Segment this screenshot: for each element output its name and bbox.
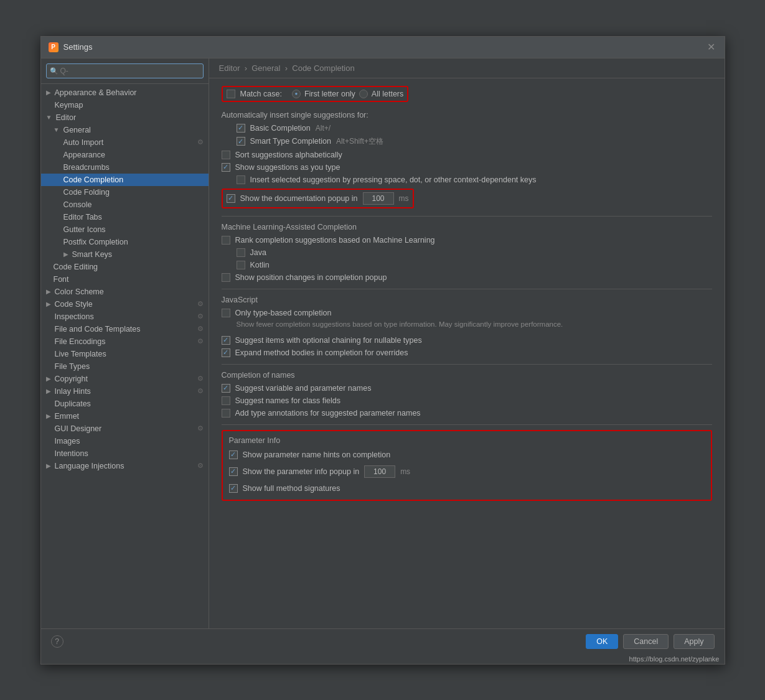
close-button[interactable]: ✕ <box>706 42 717 53</box>
content-area: Match case: First letter only All letter… <box>209 78 725 628</box>
divider-2 <box>222 289 712 289</box>
show-full-signatures-row: Show full method signatures <box>229 482 705 495</box>
config-icon: ⚙ <box>197 424 204 432</box>
sidebar-item-language-injections[interactable]: ▶ Language Injections ⚙ <box>41 460 209 472</box>
smart-type-shortcut: Alt+Shift+空格 <box>336 136 383 147</box>
basic-completion-checkbox[interactable] <box>237 124 245 133</box>
sidebar-item-code-folding[interactable]: Code Folding <box>41 186 209 198</box>
sidebar-item-duplicates[interactable]: Duplicates <box>41 398 209 410</box>
show-suggestions-checkbox[interactable] <box>222 163 230 172</box>
sidebar-item-file-types[interactable]: File Types <box>41 360 209 373</box>
java-checkbox[interactable] <box>237 248 245 257</box>
suggest-class-fields-checkbox[interactable] <box>222 396 230 405</box>
sidebar-item-keymap[interactable]: Keymap <box>41 99 209 111</box>
suggest-variable-label: Suggest variable and parameter names <box>235 384 372 393</box>
expand-method-row: Expand method bodies in completion for o… <box>222 347 712 359</box>
arrow-icon: ▶ <box>46 375 51 382</box>
help-button[interactable]: ? <box>51 635 63 648</box>
show-param-popup-label: Show the parameter info popup in <box>243 467 360 476</box>
show-param-popup-checkbox[interactable] <box>229 467 238 476</box>
sidebar-item-code-editing[interactable]: Code Editing <box>41 261 209 273</box>
sidebar-item-editor-tabs[interactable]: Editor Tabs <box>41 211 209 223</box>
sidebar-item-emmet[interactable]: ▶ Emmet <box>41 410 209 422</box>
suggest-variable-row: Suggest variable and parameter names <box>222 382 712 394</box>
sidebar-item-code-completion[interactable]: Code Completion <box>41 174 209 186</box>
breadcrumb: Editor › General › Code Completion <box>209 58 725 78</box>
first-letter-radio[interactable] <box>292 90 301 98</box>
sidebar-label: File and Code Templates <box>46 325 141 334</box>
suggest-variable-checkbox[interactable] <box>222 384 230 393</box>
type-based-row: Only type-based completion <box>222 307 712 319</box>
sidebar-item-file-encodings[interactable]: File Encodings ⚙ <box>41 335 209 348</box>
sidebar-item-appearance-behavior[interactable]: ▶ Appearance & Behavior <box>41 86 209 99</box>
insert-space-checkbox[interactable] <box>237 175 245 184</box>
doc-popup-value[interactable] <box>363 192 394 205</box>
sidebar-item-inspections[interactable]: Inspections ⚙ <box>41 310 209 323</box>
sidebar-item-live-templates[interactable]: Live Templates <box>41 348 209 360</box>
sidebar-item-auto-import[interactable]: Auto Import ⚙ <box>41 136 209 149</box>
cancel-button[interactable]: Cancel <box>623 634 669 649</box>
smart-type-row: Smart Type Completion Alt+Shift+空格 <box>222 134 712 149</box>
sidebar-item-appearance[interactable]: Appearance <box>41 149 209 161</box>
watermark: https://blog.csdn.net/zyplanke <box>41 654 725 664</box>
add-type-annotations-row: Add type annotations for suggested param… <box>222 407 712 419</box>
sidebar-label: Copyright <box>55 375 88 383</box>
type-based-label: Only type-based completion <box>235 309 332 317</box>
sidebar-label: Gutter Icons <box>63 225 106 234</box>
sidebar-item-postfix-completion[interactable]: Postfix Completion <box>41 236 209 248</box>
search-icon: 🔍 <box>50 67 59 75</box>
arrow-icon: ▼ <box>54 126 60 133</box>
all-letters-label: All letters <box>372 90 403 98</box>
sidebar-item-code-style[interactable]: ▶ Code Style ⚙ <box>41 298 209 310</box>
sort-alpha-checkbox[interactable] <box>222 151 230 159</box>
param-popup-value[interactable] <box>364 465 395 478</box>
sidebar-label: Inlay Hints <box>55 387 91 396</box>
show-suggestions-label: Show suggestions as you type <box>235 163 340 172</box>
optional-chaining-checkbox[interactable] <box>222 336 230 345</box>
sidebar-item-inlay-hints[interactable]: ▶ Inlay Hints ⚙ <box>41 385 209 398</box>
breadcrumb-text: Editor › General › Code Completion <box>219 63 355 73</box>
sidebar-item-gutter-icons[interactable]: Gutter Icons <box>41 223 209 236</box>
ok-button[interactable]: OK <box>586 634 618 649</box>
show-full-signatures-checkbox[interactable] <box>229 484 238 493</box>
rank-ml-label: Rank completion suggestions based on Mac… <box>235 236 435 245</box>
sidebar-item-gui-designer[interactable]: GUI Designer ⚙ <box>41 422 209 435</box>
sidebar-item-intentions[interactable]: Intentions <box>41 447 209 460</box>
sidebar-label: File Encodings <box>46 337 106 346</box>
sidebar-item-color-scheme[interactable]: ▶ Color Scheme <box>41 286 209 298</box>
sidebar-item-font[interactable]: Font <box>41 273 209 286</box>
sidebar-item-breadcrumbs[interactable]: Breadcrumbs <box>41 161 209 174</box>
javascript-section-title: JavaScript <box>222 296 712 304</box>
sidebar-item-copyright[interactable]: ▶ Copyright ⚙ <box>41 373 209 385</box>
all-letters-radio[interactable] <box>359 90 368 98</box>
sidebar-item-console[interactable]: Console <box>41 198 209 211</box>
show-suggestions-row: Show suggestions as you type <box>222 161 712 174</box>
sidebar-label: Color Scheme <box>55 287 104 296</box>
sidebar-item-smart-keys[interactable]: ▶ Smart Keys <box>41 248 209 261</box>
apply-button[interactable]: Apply <box>673 634 714 649</box>
completion-names-title: Completion of names <box>222 371 712 380</box>
show-position-label: Show position changes in completion popu… <box>235 273 387 282</box>
config-icon: ⚙ <box>197 462 204 470</box>
search-input[interactable] <box>46 63 204 78</box>
match-case-label: Match case: <box>240 90 282 98</box>
expand-method-checkbox[interactable] <box>222 348 230 357</box>
sidebar-item-images[interactable]: Images <box>41 435 209 447</box>
sidebar-item-editor[interactable]: ▼ Editor <box>41 111 209 124</box>
sidebar-label: Images <box>46 437 80 446</box>
add-type-annotations-checkbox[interactable] <box>222 409 230 418</box>
sidebar-label: General <box>63 126 90 134</box>
show-position-checkbox[interactable] <box>222 273 230 282</box>
sidebar-item-general[interactable]: ▼ General <box>41 124 209 136</box>
type-based-checkbox[interactable] <box>222 309 230 317</box>
title-bar: P Settings ✕ <box>41 37 725 58</box>
smart-type-checkbox[interactable] <box>237 137 245 146</box>
sidebar-label: Editor Tabs <box>63 213 102 222</box>
show-param-hints-checkbox[interactable] <box>229 450 238 459</box>
kotlin-checkbox[interactable] <box>237 261 245 269</box>
match-case-checkbox[interactable] <box>227 90 235 98</box>
parameter-info-highlight-box: Parameter Info Show parameter name hints… <box>222 430 712 501</box>
rank-ml-checkbox[interactable] <box>222 236 230 245</box>
show-doc-popup-checkbox[interactable] <box>227 194 235 203</box>
sidebar-item-file-code-templates[interactable]: File and Code Templates ⚙ <box>41 323 209 335</box>
